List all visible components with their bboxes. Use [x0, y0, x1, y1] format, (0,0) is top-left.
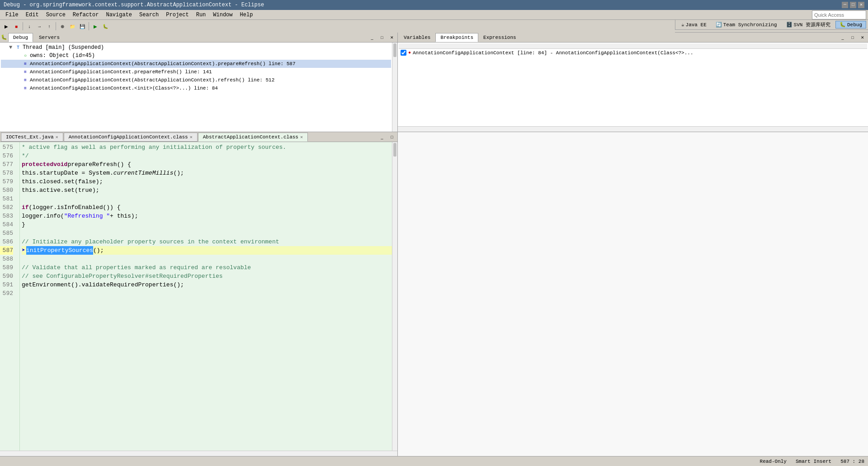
editor-scrollbar-thumb — [393, 143, 396, 157]
tab-servers[interactable]: Servers — [34, 33, 65, 42]
main-toolbar: ▶ ■ ↓ → ↑ ⊕ 📁 💾 ▶ 🐛 — [0, 20, 675, 33]
toolbar-btn-step-into[interactable]: ↓ — [25, 22, 34, 31]
debug-tree-thread[interactable]: ▼ T Thread [main] (Suspended) — [1, 43, 391, 52]
debug-panel-close[interactable]: ✕ — [387, 33, 396, 42]
menu-search[interactable]: Search — [136, 11, 162, 19]
toolbar-btn-stop[interactable]: ■ — [12, 22, 21, 31]
annotationconfig-tab-close[interactable]: ✕ — [190, 134, 193, 140]
lnum-585: 585 — [0, 229, 13, 238]
line-num-area: 575 576 577 578 579 580 581 582 583 584 — [0, 143, 16, 298]
bp-checkbox-1[interactable] — [401, 50, 406, 56]
toolbar-sep-3 — [89, 22, 89, 30]
perspective-debug[interactable]: 🐛 Debug — [835, 21, 866, 29]
menu-project[interactable]: Project — [162, 11, 192, 19]
editor-tab-ioctest[interactable]: IOCTest_Ext.java ✕ — [1, 133, 63, 142]
quick-access-input[interactable] — [812, 10, 866, 19]
toolbar-btn-save[interactable]: 💾 — [78, 22, 87, 31]
vars-close[interactable]: ✕ — [858, 33, 867, 42]
toolbar-btn-debug2[interactable]: 🐛 — [101, 22, 110, 31]
debug-scrollbar-thumb — [393, 43, 396, 57]
vars-panel-controls: _ □ ✕ — [838, 33, 867, 42]
editor-scrollbar-h[interactable] — [0, 451, 397, 456]
outline-content — [398, 132, 868, 456]
menu-navigate[interactable]: Navigate — [102, 11, 136, 19]
code-content: * active flag as well as performing any … — [20, 142, 392, 451]
maximize-button[interactable]: □ — [850, 2, 856, 8]
tab-breakpoints[interactable]: Breakpoints — [435, 33, 478, 42]
perspective-team-sync[interactable]: 🔄 Team Synchronizing — [712, 21, 781, 29]
menu-file[interactable]: File — [2, 11, 22, 19]
code-line-587: ➤ initPropertySources (); — [22, 246, 392, 255]
code-line-584: } — [22, 220, 392, 229]
minimize-button[interactable]: ─ — [842, 2, 848, 8]
vars-hscroll[interactable] — [399, 43, 867, 49]
code-line-579: this.closed.set(false); — [22, 177, 392, 186]
menu-edit[interactable]: Edit — [22, 11, 42, 19]
kw-protected: protected — [22, 160, 53, 169]
debug-scrollbar-v[interactable] — [392, 43, 397, 132]
menu-help[interactable]: Help — [236, 11, 257, 19]
tab-variables[interactable]: Variables — [399, 33, 435, 42]
debug-tree-owns[interactable]: ○ owns: Object (id=45) — [1, 52, 391, 60]
lnum-579: 579 — [0, 177, 13, 186]
outline-body — [398, 132, 868, 456]
tree-arrow-thread: ▼ — [9, 44, 14, 51]
editor-scrollbar-v[interactable] — [392, 142, 397, 451]
vars-maximize[interactable]: □ — [848, 33, 857, 42]
debug-panel-maximize[interactable]: □ — [377, 33, 387, 42]
lnum-576: 576 — [0, 152, 13, 160]
code-583-post: + this); — [110, 212, 138, 220]
code-line-590: // see ConfigurablePropertyResolver#setR… — [22, 272, 392, 281]
frame1-icon: ≡ — [22, 60, 29, 67]
menu-bar: File Edit Source Refactor Navigate Searc… — [0, 10, 868, 20]
toolbar-btn-step-over[interactable]: → — [35, 22, 44, 31]
status-mode: Read-Only — [760, 459, 787, 464]
vars-minimize[interactable]: _ — [838, 33, 847, 42]
code-line-576: */ — [22, 152, 392, 160]
perspective-java-ee[interactable]: ☕ Java EE — [677, 21, 711, 29]
toolbar-btn-run[interactable]: ▶ — [91, 22, 100, 31]
breakpoint-item-1[interactable]: ● AnnotationConfigApplicationContext [li… — [399, 49, 867, 57]
debug-tree-frame3[interactable]: ≡ AnnotationConfigApplicationContext(Abs… — [1, 76, 391, 84]
abstract-tab-label: AbstractApplicationContext.class — [203, 134, 298, 140]
toolbar-sep-2 — [56, 22, 56, 30]
tab-debug[interactable]: Debug — [8, 33, 33, 42]
abstract-tab-close[interactable]: ✕ — [300, 134, 303, 140]
tab-expressions[interactable]: Expressions — [478, 33, 521, 42]
editor-maximize[interactable]: □ — [387, 133, 396, 142]
perspective-svn[interactable]: 🗄️ SVN 资源库研究 — [782, 20, 835, 29]
lnum-584: 584 — [0, 220, 13, 229]
debug-tree-frame1[interactable]: ≡ AnnotationConfigApplicationContext(Abs… — [1, 60, 391, 68]
debug-tree-frame2[interactable]: ≡ AnnotationConfigApplicationContext.pre… — [1, 68, 391, 76]
toolbar-btn-new[interactable]: ⊕ — [58, 22, 67, 31]
bp-dot: ● — [408, 50, 411, 55]
ioctest-tab-close[interactable]: ✕ — [56, 134, 58, 140]
menu-run[interactable]: Run — [193, 11, 210, 19]
frame2-label: AnnotationConfigApplicationContext.prepa… — [30, 69, 212, 75]
code-line-580: this.active.set(true); — [22, 186, 392, 195]
thread-icon: T — [14, 44, 22, 51]
menu-refactor[interactable]: Refactor — [69, 11, 103, 19]
code-line-581 — [22, 195, 392, 203]
code-577-method: prepareRefresh() { — [67, 160, 131, 169]
frame2-icon: ≡ — [22, 68, 29, 76]
menu-source[interactable]: Source — [42, 11, 69, 19]
toolbar-btn-debug[interactable]: ▶ — [2, 22, 11, 31]
debug-panel-minimize[interactable]: _ — [368, 33, 377, 42]
code-583-str: "Refreshing " — [64, 212, 110, 220]
code-578-text: this.startupDate = System.currentTimeMil… — [22, 169, 184, 177]
debug-tree-frame4[interactable]: ≡ AnnotationConfigApplicationContext.<in… — [1, 84, 391, 92]
toolbar-btn-step-return[interactable]: ↑ — [45, 22, 54, 31]
code-editor: 575 576 577 578 579 580 581 582 583 584 — [0, 142, 392, 451]
right-panel: Variables Breakpoints Expressions _ □ ✕ — [398, 33, 868, 456]
editor-tab-annotationconfig[interactable]: AnnotationConfigApplicationContext.class… — [64, 133, 198, 142]
close-button[interactable]: ✕ — [858, 2, 864, 8]
ioctest-tab-label: IOCTest_Ext.java — [6, 134, 54, 140]
debug-panel: 🐛 Debug Servers _ □ ✕ — [0, 33, 397, 132]
editor-tab-abstract[interactable]: AbstractApplicationContext.class ✕ — [198, 133, 308, 142]
menu-window[interactable]: Window — [209, 11, 236, 19]
toolbar-btn-open[interactable]: 📁 — [68, 22, 77, 31]
vars-bottom-scroll[interactable] — [398, 126, 868, 132]
window-title: Debug - org.springframework.context.supp… — [4, 2, 264, 8]
editor-minimize[interactable]: _ — [377, 133, 387, 142]
